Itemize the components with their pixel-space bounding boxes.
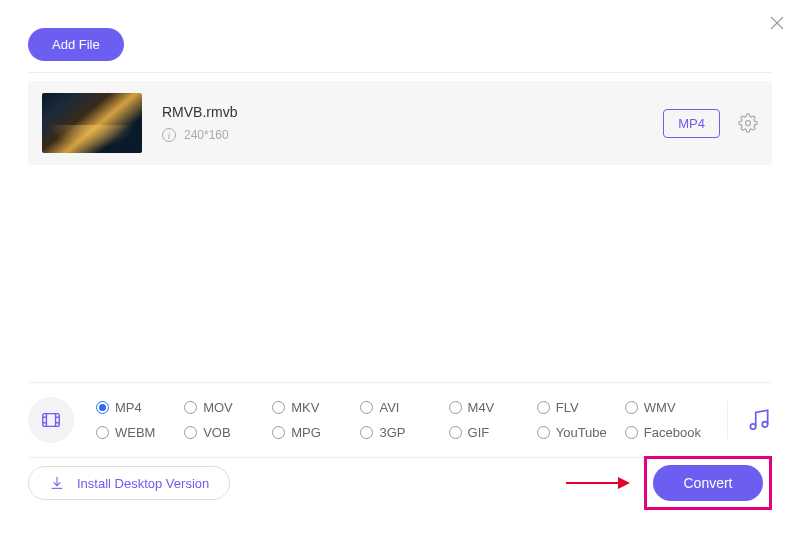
annotation-highlight: Convert: [644, 456, 772, 510]
format-option-label: MKV: [291, 400, 319, 415]
format-option-m4v[interactable]: M4V: [449, 400, 533, 415]
format-option-label: GIF: [468, 425, 490, 440]
svg-point-10: [750, 424, 755, 429]
install-desktop-button[interactable]: Install Desktop Version: [28, 466, 230, 500]
footer-bar: Install Desktop Version Convert: [28, 456, 772, 510]
svg-point-2: [746, 121, 751, 126]
radio-icon: [96, 426, 109, 439]
format-option-label: MP4: [115, 400, 142, 415]
file-name-label: RMVB.rmvb: [162, 104, 663, 120]
svg-rect-3: [43, 414, 60, 427]
format-option-wmv[interactable]: WMV: [625, 400, 709, 415]
radio-icon: [360, 401, 373, 414]
output-format-button[interactable]: MP4: [663, 109, 720, 138]
format-option-vob[interactable]: VOB: [184, 425, 268, 440]
format-option-facebook[interactable]: Facebook: [625, 425, 709, 440]
format-panel: MP4MOVMKVAVIM4VFLVWMVWEBMVOBMPG3GPGIFYou…: [28, 382, 772, 458]
radio-icon: [272, 401, 285, 414]
convert-button[interactable]: Convert: [653, 465, 763, 501]
gear-icon[interactable]: [738, 113, 758, 133]
format-option-mpg[interactable]: MPG: [272, 425, 356, 440]
file-meta: RMVB.rmvb i 240*160: [162, 104, 663, 142]
file-row: RMVB.rmvb i 240*160 MP4: [28, 81, 772, 165]
radio-icon: [184, 426, 197, 439]
format-option-mp4[interactable]: MP4: [96, 400, 180, 415]
format-option-label: YouTube: [556, 425, 607, 440]
format-option-mkv[interactable]: MKV: [272, 400, 356, 415]
format-option-3gp[interactable]: 3GP: [360, 425, 444, 440]
format-option-label: M4V: [468, 400, 495, 415]
radio-icon: [272, 426, 285, 439]
format-option-label: VOB: [203, 425, 230, 440]
format-option-flv[interactable]: FLV: [537, 400, 621, 415]
video-mode-icon[interactable]: [28, 397, 74, 443]
radio-icon: [449, 426, 462, 439]
file-list: RMVB.rmvb i 240*160 MP4: [28, 72, 772, 165]
radio-icon: [625, 401, 638, 414]
format-option-label: WMV: [644, 400, 676, 415]
radio-icon: [625, 426, 638, 439]
format-option-mov[interactable]: MOV: [184, 400, 268, 415]
radio-icon: [449, 401, 462, 414]
format-option-youtube[interactable]: YouTube: [537, 425, 621, 440]
format-option-label: MPG: [291, 425, 321, 440]
info-icon[interactable]: i: [162, 128, 176, 142]
format-option-label: Facebook: [644, 425, 701, 440]
formats-grid: MP4MOVMKVAVIM4VFLVWMVWEBMVOBMPG3GPGIFYou…: [96, 400, 709, 440]
radio-icon: [184, 401, 197, 414]
format-option-label: 3GP: [379, 425, 405, 440]
format-option-label: AVI: [379, 400, 399, 415]
radio-icon: [360, 426, 373, 439]
close-icon[interactable]: [768, 14, 786, 32]
music-icon[interactable]: [746, 407, 772, 433]
format-option-avi[interactable]: AVI: [360, 400, 444, 415]
radio-icon: [537, 426, 550, 439]
divider: [727, 401, 728, 439]
svg-marker-13: [618, 477, 630, 489]
format-option-label: MOV: [203, 400, 233, 415]
add-file-button[interactable]: Add File: [28, 28, 124, 61]
file-dimensions: 240*160: [184, 128, 229, 142]
video-thumbnail[interactable]: [42, 93, 142, 153]
annotation-arrow: [564, 475, 630, 491]
format-option-gif[interactable]: GIF: [449, 425, 533, 440]
format-option-label: FLV: [556, 400, 579, 415]
radio-icon: [96, 401, 109, 414]
format-option-webm[interactable]: WEBM: [96, 425, 180, 440]
radio-icon: [537, 401, 550, 414]
install-label: Install Desktop Version: [77, 476, 209, 491]
format-option-label: WEBM: [115, 425, 155, 440]
svg-point-11: [762, 422, 767, 427]
download-icon: [49, 475, 65, 491]
